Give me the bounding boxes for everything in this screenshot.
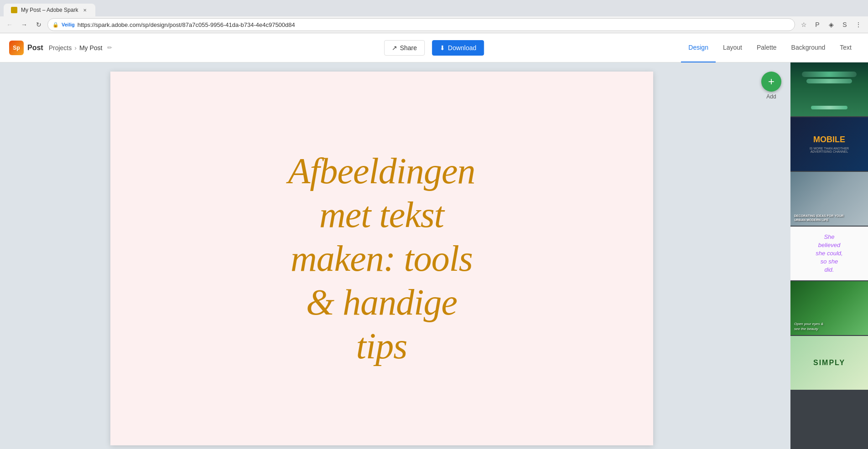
canvas-area[interactable]: + Add Afbeeldingen met tekst maken: tool…	[0, 62, 790, 449]
thumb-believed-text: Shebelievedshe could,so shedid.	[816, 233, 842, 274]
thumb-mobile-title: MOBILE	[813, 135, 845, 145]
thumb-mobile-subtitle: IS MORE THAN ANOTHERADVERTISING CHANNEL	[810, 147, 849, 153]
tab-palette[interactable]: Palette	[749, 33, 784, 62]
add-icon: +	[768, 75, 774, 88]
download-label: Download	[448, 44, 476, 52]
sidebar-thumbnail-1[interactable]	[790, 62, 868, 117]
breadcrumb-projects[interactable]: Projects	[49, 44, 72, 52]
menu-btn[interactable]: ⋮	[852, 19, 864, 31]
breadcrumb-separator: ›	[74, 44, 77, 52]
main-content: + Add Afbeeldingen met tekst maken: tool…	[0, 62, 868, 449]
thumb-decorating-content: DECORATING IDEAS FOR YOURURBAN MODERN LI…	[790, 172, 868, 226]
tab-layout-label: Layout	[723, 44, 742, 51]
sidebar-thumbnail-2[interactable]: MOBILE IS MORE THAN ANOTHERADVERTISING C…	[790, 117, 868, 172]
tab-background-label: Background	[791, 44, 826, 51]
logo-badge: Sp	[9, 41, 24, 55]
tab-favicon	[11, 7, 17, 13]
add-button[interactable]: +	[761, 72, 781, 92]
lock-icon: 🔒	[52, 22, 59, 28]
tab-text[interactable]: Text	[832, 33, 859, 62]
browser-chrome: My Post – Adobe Spark ✕ ← → ↻ 🔒 Veilig h…	[0, 0, 868, 33]
tab-palette-label: Palette	[757, 44, 777, 51]
back-button[interactable]: ←	[4, 19, 16, 31]
active-tab[interactable]: My Post – Adobe Spark ✕	[4, 4, 95, 16]
thumb-eyes-content: Open your eyes &see the beauty	[790, 281, 868, 335]
sidebar-thumbnail-4[interactable]: Shebelievedshe could,so shedid.	[790, 227, 868, 281]
tab-text-label: Text	[840, 44, 852, 51]
breadcrumb: Projects › My Post ✏	[49, 44, 112, 52]
thumb-eyes-text: Open your eyes &see the beauty	[794, 321, 823, 331]
pinterest-btn[interactable]: P	[811, 19, 823, 31]
thumb-believed-content: Shebelievedshe could,so shedid.	[790, 227, 868, 280]
thumb-mobile-content: MOBILE IS MORE THAN ANOTHERADVERTISING C…	[790, 117, 868, 171]
tab-background[interactable]: Background	[784, 33, 833, 62]
app-name: Post	[27, 44, 43, 52]
app-logo: Sp Post	[9, 41, 43, 55]
header-nav: Design Layout Palette Background Text	[681, 33, 859, 62]
browser-controls: ← → ↻ 🔒 Veilig https://spark.adobe.com/s…	[0, 16, 868, 33]
tab-design-label: Design	[688, 44, 708, 51]
header-actions: ↗ Share ⬇ Download	[384, 40, 484, 56]
add-label: Add	[766, 93, 776, 100]
tab-close-btn[interactable]: ✕	[82, 7, 88, 13]
share-icon: ↗	[392, 44, 397, 52]
sidebar-thumbnail-6[interactable]: SIMPLY	[790, 336, 868, 391]
thumb-simply-content: SIMPLY	[790, 336, 868, 390]
browser-tabs: My Post – Adobe Spark ✕	[0, 0, 868, 16]
edit-icon[interactable]: ✏	[107, 44, 112, 51]
extension-btn-1[interactable]: ◈	[825, 19, 837, 31]
url-text: https://spark.adobe.com/sp/design/post/8…	[78, 21, 790, 28]
thumb-decorating-text: DECORATING IDEAS FOR YOURURBAN MODERN LI…	[794, 214, 844, 222]
design-canvas[interactable]: Afbeeldingen met tekst maken: tools & ha…	[110, 72, 653, 445]
app-header: Sp Post Projects › My Post ✏ ↗ Share ⬇ D…	[0, 33, 868, 62]
download-button[interactable]: ⬇ Download	[432, 40, 484, 56]
share-button[interactable]: ↗ Share	[384, 40, 425, 56]
extension-btn-2[interactable]: S	[839, 19, 851, 31]
tab-layout[interactable]: Layout	[716, 33, 749, 62]
breadcrumb-current: My Post	[79, 44, 103, 52]
safe-label: Veilig	[62, 22, 75, 27]
share-label: Share	[400, 44, 417, 52]
right-sidebar: MOBILE IS MORE THAN ANOTHERADVERTISING C…	[790, 62, 868, 449]
tab-label: My Post – Adobe Spark	[21, 7, 78, 13]
sidebar-thumbnail-3[interactable]: DECORATING IDEAS FOR YOURURBAN MODERN LI…	[790, 172, 868, 227]
sidebar-thumbnail-5[interactable]: Open your eyes &see the beauty	[790, 281, 868, 336]
refresh-button[interactable]: ↻	[33, 19, 45, 31]
add-button-container: + Add	[761, 72, 781, 100]
address-bar[interactable]: 🔒 Veilig https://spark.adobe.com/sp/desi…	[47, 18, 795, 31]
browser-actions: ☆ P ◈ S ⋮	[798, 19, 864, 31]
canvas-main-text[interactable]: Afbeeldingen met tekst maken: tools & ha…	[288, 149, 475, 368]
forward-button[interactable]: →	[18, 19, 30, 31]
bookmark-btn[interactable]: ☆	[798, 19, 810, 31]
thumb-simply-text: SIMPLY	[813, 359, 845, 367]
tab-design[interactable]: Design	[681, 33, 716, 62]
logo-sp: Sp	[13, 45, 20, 51]
download-icon: ⬇	[440, 44, 445, 52]
